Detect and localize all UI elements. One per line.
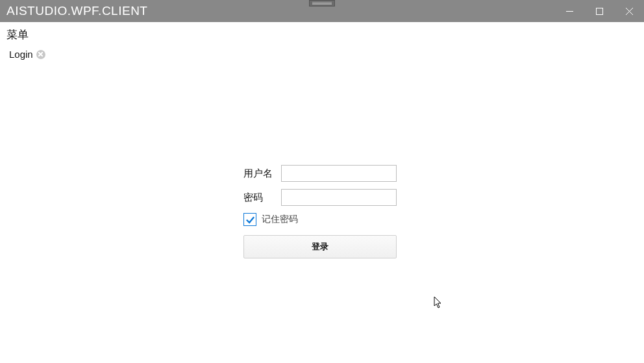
- check-icon: [245, 215, 255, 225]
- username-row: 用户名: [243, 165, 399, 182]
- tab-label: Login: [9, 49, 33, 60]
- tab-login[interactable]: Login: [9, 49, 45, 60]
- minimize-button[interactable]: [554, 0, 584, 22]
- svg-rect-1: [596, 8, 602, 14]
- password-field[interactable]: [281, 189, 397, 206]
- remember-checkbox[interactable]: [243, 213, 256, 226]
- titlebar-grip[interactable]: [309, 0, 335, 6]
- password-label: 密码: [243, 192, 281, 204]
- close-icon[interactable]: [36, 50, 45, 59]
- login-form: 用户名 密码 记住密码 登录: [243, 165, 399, 258]
- menu-item-main[interactable]: 菜单: [6, 29, 29, 41]
- username-field[interactable]: [281, 165, 397, 182]
- tab-bar: Login: [0, 46, 644, 61]
- content-area: 用户名 密码 记住密码 登录: [0, 65, 644, 363]
- window-title: AISTUDIO.WPF.CLIENT: [0, 4, 147, 18]
- titlebar: AISTUDIO.WPF.CLIENT: [0, 0, 644, 22]
- close-button[interactable]: [614, 0, 644, 22]
- maximize-button[interactable]: [584, 0, 614, 22]
- window-controls: [554, 0, 644, 22]
- menu-bar: 菜单: [0, 22, 644, 46]
- remember-row: 记住密码: [243, 213, 399, 226]
- password-row: 密码: [243, 189, 399, 206]
- username-label: 用户名: [243, 168, 281, 180]
- login-button[interactable]: 登录: [243, 235, 397, 258]
- remember-label: 记住密码: [262, 214, 298, 225]
